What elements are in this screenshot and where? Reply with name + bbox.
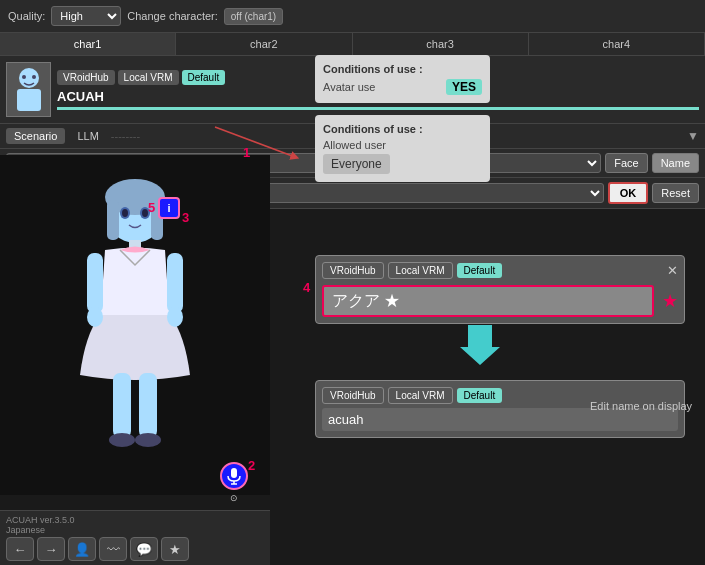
- close-icon[interactable]: ✕: [667, 263, 678, 278]
- edit-name-label: Edit name on display: [590, 400, 692, 412]
- local-vrm-btn[interactable]: Local VRM: [118, 70, 179, 85]
- svg-rect-1: [17, 89, 41, 111]
- char-figure: [55, 175, 215, 475]
- conditions-top-box: Conditions of use : Avatar use YES: [315, 55, 490, 103]
- svg-point-19: [109, 433, 135, 447]
- char-3d-viewport: [0, 155, 270, 495]
- ne-local-vrm-btn[interactable]: Local VRM: [388, 262, 453, 279]
- ne-bot-local-btn[interactable]: Local VRM: [388, 387, 453, 404]
- nav-person-button[interactable]: 👤: [68, 537, 96, 561]
- char-tab-1[interactable]: char1: [0, 33, 176, 55]
- nav-star-button[interactable]: ★: [161, 537, 189, 561]
- char-tab-4[interactable]: char4: [529, 33, 705, 55]
- conditions-bottom-title: Conditions of use :: [323, 123, 482, 135]
- quality-select[interactable]: High Medium Low: [51, 6, 121, 26]
- info-button[interactable]: i: [158, 197, 180, 219]
- quality-label: Quality:: [8, 10, 45, 22]
- char-tab-3[interactable]: char3: [353, 33, 529, 55]
- name-edit-top-row: VRoidHub Local VRM Default ✕: [322, 262, 678, 279]
- ok-button[interactable]: OK: [608, 182, 649, 204]
- annotation-2: 2: [248, 458, 255, 473]
- conditions-top-row: Avatar use YES: [323, 79, 482, 95]
- nav-chat-button[interactable]: 💬: [130, 537, 158, 561]
- svg-point-20: [135, 433, 161, 447]
- svg-point-10: [122, 209, 128, 217]
- vroidhub-btn[interactable]: VRoidHub: [57, 70, 115, 85]
- mode-tab-scenario[interactable]: Scenario: [6, 128, 65, 144]
- mic-button[interactable]: [220, 462, 248, 490]
- down-arrow: [460, 325, 500, 365]
- svg-point-16: [167, 307, 183, 327]
- avatar-use-label: Avatar use: [323, 81, 375, 93]
- change-char-label: Change character:: [127, 10, 218, 22]
- mode-divider: --------: [111, 130, 140, 142]
- svg-marker-25: [460, 325, 500, 365]
- char-tab-2[interactable]: char2: [176, 33, 352, 55]
- annotation-3: 3: [182, 210, 189, 225]
- allowed-user-label: Allowed user: [323, 139, 482, 151]
- ne-bot-default-btn[interactable]: Default: [457, 388, 503, 403]
- nav-back-button[interactable]: ←: [6, 537, 34, 561]
- nav-wave-button[interactable]: 〰: [99, 537, 127, 561]
- svg-rect-21: [231, 468, 237, 478]
- version-text: ACUAH ver.3.5.0 Japanese: [6, 515, 264, 535]
- annotation-4: 4: [303, 280, 310, 295]
- svg-rect-18: [139, 373, 157, 438]
- avatar: [6, 62, 51, 117]
- top-bar: Quality: High Medium Low Change characte…: [0, 0, 705, 33]
- star-icon: ★: [662, 290, 678, 312]
- conditions-top-title: Conditions of use :: [323, 63, 482, 75]
- name-button[interactable]: Name: [652, 153, 699, 173]
- mic-label: ⊙: [220, 493, 248, 503]
- bottom-bar: ACUAH ver.3.5.0 Japanese ← → 👤 〰 💬 ★: [0, 510, 270, 565]
- mode-expand-icon[interactable]: ▼: [687, 129, 699, 143]
- reset-button[interactable]: Reset: [652, 183, 699, 203]
- everyone-label: Everyone: [323, 154, 390, 174]
- annotation-1: 1: [243, 145, 250, 160]
- face-button[interactable]: Face: [605, 153, 647, 173]
- svg-rect-6: [107, 200, 119, 240]
- name-edit-top-panel: VRoidHub Local VRM Default ✕ ★: [315, 255, 685, 324]
- mode-tab-llm[interactable]: LLM: [69, 128, 106, 144]
- nav-forward-button[interactable]: →: [37, 537, 65, 561]
- yes-badge: YES: [446, 79, 482, 95]
- char-tabs: char1 char2 char3 char4: [0, 33, 705, 56]
- conditions-bottom-box: Conditions of use : Allowed user Everyon…: [315, 115, 490, 182]
- progress-bar: [57, 107, 699, 110]
- svg-rect-14: [167, 253, 183, 313]
- name-input[interactable]: [322, 285, 654, 317]
- name-input-row: ★: [322, 285, 678, 317]
- svg-point-15: [87, 307, 103, 327]
- off-char-button[interactable]: off (char1): [224, 8, 283, 25]
- bottom-buttons: ← → 👤 〰 💬 ★: [6, 537, 264, 561]
- svg-point-3: [32, 75, 36, 79]
- svg-rect-13: [87, 253, 103, 313]
- ne-default-btn[interactable]: Default: [457, 263, 503, 278]
- svg-point-2: [22, 75, 26, 79]
- default-btn[interactable]: Default: [182, 70, 226, 85]
- svg-rect-17: [113, 373, 131, 438]
- annotation-5: 5: [148, 200, 155, 215]
- ne-bot-vroidhub-btn[interactable]: VRoidHub: [322, 387, 384, 404]
- ne-vroidhub-btn[interactable]: VRoidHub: [322, 262, 384, 279]
